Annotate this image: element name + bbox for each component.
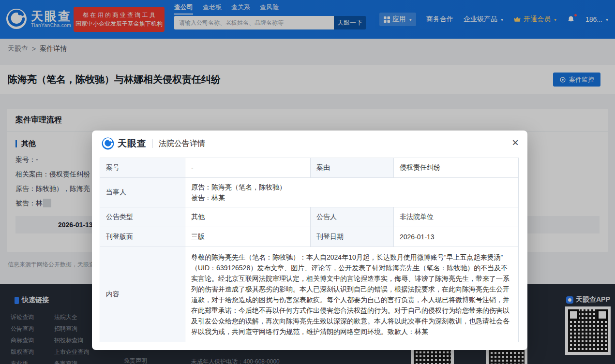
publish-date-label: 刊登日期 [310, 227, 393, 247]
parties-value: 原告：陈海亮（笔名，陈牧驰） 被告：林某 [185, 178, 518, 207]
parties-label: 当事人 [100, 178, 185, 207]
announcement-type-value: 其他 [185, 207, 310, 227]
content-label: 内容 [100, 247, 185, 342]
page-layout-value: 三版 [185, 227, 310, 247]
case-number-value: - [185, 158, 310, 177]
announcer-label: 公告人 [310, 207, 393, 227]
announcer-value: 非法院单位 [393, 207, 518, 227]
case-number-label: 案号 [100, 158, 185, 177]
court-announcement-modal: 天眼查 法院公告详情 × 案号 - 案由 侵权责任纠纷 当事人 原告：陈海亮（笔… [92, 131, 527, 350]
plaintiff-line: 原告：陈海亮（笔名，陈牧驰） [191, 182, 286, 192]
page: 天眼查 TianYanCha.com 都 在 用 的 商 业 查 询 工 具 国… [0, 0, 615, 364]
content-value: 尊敬的陈海亮先生（笔名：陈牧驰）：本人自2024年10月起，长达数月使用微博账号… [185, 247, 518, 342]
table-row: 刊登版面 三版 刊登日期 2026-01-13 [100, 227, 518, 247]
publish-date-value: 2026-01-13 [393, 227, 518, 247]
table-row: 当事人 原告：陈海亮（笔名，陈牧驰） 被告：林某 [100, 177, 518, 207]
table-row: 案号 - 案由 侵权责任纠纷 [100, 158, 518, 177]
table-row: 公告类型 其他 公告人 非法院单位 [100, 207, 518, 227]
announcement-type-label: 公告类型 [100, 207, 185, 227]
cause-label: 案由 [310, 158, 393, 177]
page-layout-label: 刊登版面 [100, 227, 185, 247]
defendant-line: 被告：林某 [191, 193, 225, 203]
modal-header: 天眼查 法院公告详情 × [92, 131, 527, 157]
modal-title: 法院公告详情 [159, 139, 205, 149]
tianyancha-logo-icon [102, 137, 114, 150]
table-row: 内容 尊敬的陈海亮先生（笔名：陈牧驰）：本人自2024年10月起，长达数月使用微… [100, 247, 518, 342]
announcement-table: 案号 - 案由 侵权责任纠纷 当事人 原告：陈海亮（笔名，陈牧驰） 被告：林某 … [100, 158, 519, 342]
modal-brand: 天眼查 [118, 137, 147, 150]
cause-value: 侵权责任纠纷 [393, 158, 518, 177]
divider [152, 139, 153, 148]
close-icon[interactable]: × [512, 137, 519, 148]
